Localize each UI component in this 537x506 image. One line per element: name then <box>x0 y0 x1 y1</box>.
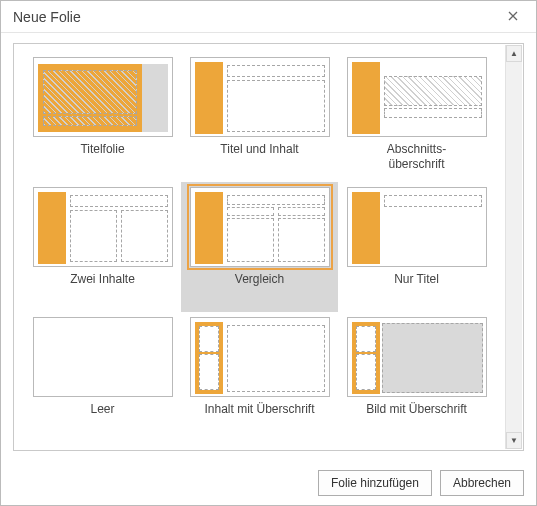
layout-label: Zwei Inhalte <box>70 268 135 300</box>
layout-thumb <box>33 57 173 137</box>
layout-thumb <box>347 317 487 397</box>
layout-section-header[interactable]: Abschnitts- überschrift <box>338 52 495 182</box>
layout-label: Leer <box>90 398 114 430</box>
dialog-footer: Folie hinzufügen Abbrechen <box>1 461 536 505</box>
layout-label: Titel und Inhalt <box>220 138 298 170</box>
layout-thumb <box>190 57 330 137</box>
dialog-title: Neue Folie <box>13 9 498 25</box>
layout-panel: Titelfolie Titel und Inhalt <box>13 43 524 451</box>
dialog-body: Titelfolie Titel und Inhalt <box>1 33 536 461</box>
scroll-down-button[interactable]: ▼ <box>506 432 522 449</box>
layout-thumb <box>347 57 487 137</box>
layout-blank[interactable]: Leer <box>24 312 181 442</box>
titlebar: Neue Folie <box>1 1 536 33</box>
new-slide-dialog: Neue Folie <box>0 0 537 506</box>
layout-content-caption[interactable]: Inhalt mit Überschrift <box>181 312 338 442</box>
layout-title-content[interactable]: Titel und Inhalt <box>181 52 338 182</box>
layout-label: Nur Titel <box>394 268 439 300</box>
layout-label: Abschnitts- überschrift <box>387 138 446 170</box>
chevron-down-icon: ▼ <box>510 436 518 445</box>
layout-title-only[interactable]: Nur Titel <box>338 182 495 312</box>
chevron-up-icon: ▲ <box>510 49 518 58</box>
add-slide-button[interactable]: Folie hinzufügen <box>318 470 432 496</box>
layout-picture-caption[interactable]: Bild mit Überschrift <box>338 312 495 442</box>
close-button[interactable] <box>498 2 528 32</box>
layout-label: Inhalt mit Überschrift <box>204 398 314 430</box>
layout-thumb <box>190 317 330 397</box>
layout-title-slide[interactable]: Titelfolie <box>24 52 181 182</box>
scroll-up-button[interactable]: ▲ <box>506 45 522 62</box>
layout-thumb <box>190 187 330 267</box>
close-icon <box>508 9 518 24</box>
layout-label: Vergleich <box>235 268 284 300</box>
layout-thumb <box>33 317 173 397</box>
layout-comparison[interactable]: Vergleich <box>181 182 338 312</box>
layout-thumb <box>347 187 487 267</box>
layout-label: Bild mit Überschrift <box>366 398 467 430</box>
scrollbar[interactable]: ▲ ▼ <box>505 45 522 449</box>
layout-thumb <box>33 187 173 267</box>
layout-grid: Titelfolie Titel und Inhalt <box>24 52 495 442</box>
layout-label: Titelfolie <box>80 138 124 170</box>
layout-two-content[interactable]: Zwei Inhalte <box>24 182 181 312</box>
cancel-button[interactable]: Abbrechen <box>440 470 524 496</box>
